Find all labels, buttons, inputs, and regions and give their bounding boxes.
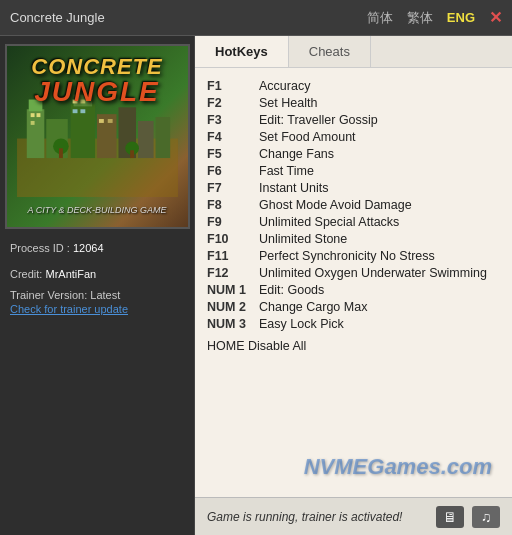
close-button[interactable]: ✕: [489, 8, 502, 27]
game-cover-image: CONCRETE JUNGLE A CITY & DECK-BUILDING G…: [5, 44, 190, 229]
monitor-icon[interactable]: 🖥: [436, 506, 464, 528]
process-id-label: Process ID :: [10, 242, 73, 254]
svg-rect-12: [30, 121, 34, 125]
process-id-row: Process ID : 12064: [10, 239, 184, 259]
process-info: Process ID : 12064 Credit: MrAntiFan: [0, 229, 194, 289]
hotkey-key: F12: [207, 266, 259, 280]
hotkey-row: NUM 2Change Cargo Max: [207, 300, 500, 314]
lang-english[interactable]: ENG: [447, 10, 475, 25]
hotkey-key: F9: [207, 215, 259, 229]
right-panel: HotKeys Cheats F1AccuracyF2Set HealthF3E…: [195, 36, 512, 535]
hotkey-row: F8Ghost Mode Avoid Damage: [207, 198, 500, 212]
hotkey-key: NUM 1: [207, 283, 259, 297]
svg-rect-20: [58, 148, 62, 158]
credit-row: Credit: MrAntiFan: [10, 265, 184, 285]
hotkey-action: Unlimited Stone: [259, 232, 347, 246]
status-text: Game is running, trainer is activated!: [207, 510, 402, 524]
hotkey-action: Change Cargo Max: [259, 300, 367, 314]
hotkey-key: F10: [207, 232, 259, 246]
process-id-value: 12064: [73, 242, 104, 254]
title-bar: Concrete Jungle 简体 繁体 ENG ✕: [0, 0, 512, 36]
hotkey-action: Ghost Mode Avoid Damage: [259, 198, 412, 212]
hotkey-row: NUM 3Easy Lock Pick: [207, 317, 500, 331]
game-title-line1: CONCRETE: [31, 56, 162, 78]
hotkey-action: Edit: Goods: [259, 283, 324, 297]
svg-rect-11: [36, 113, 40, 117]
main-container: CONCRETE JUNGLE A CITY & DECK-BUILDING G…: [0, 36, 512, 535]
hotkey-row: F9Unlimited Special Attacks: [207, 215, 500, 229]
hotkey-key: F7: [207, 181, 259, 195]
hotkey-action: Change Fans: [259, 147, 334, 161]
hotkey-row: F7Instant Units: [207, 181, 500, 195]
left-panel: CONCRETE JUNGLE A CITY & DECK-BUILDING G…: [0, 36, 195, 535]
hotkey-action: Fast Time: [259, 164, 314, 178]
hotkey-row: F12Unlimited Oxygen Underwater Swimming: [207, 266, 500, 280]
tab-bar: HotKeys Cheats: [195, 36, 512, 68]
home-action-row: HOME Disable All: [207, 339, 500, 353]
check-update-link[interactable]: Check for trainer update: [0, 301, 194, 317]
hotkeys-list: F1AccuracyF2Set HealthF3Edit: Traveller …: [195, 68, 512, 535]
hotkey-key: F6: [207, 164, 259, 178]
hotkey-action: Unlimited Special Attacks: [259, 215, 399, 229]
app-title: Concrete Jungle: [10, 10, 105, 25]
game-title-overlay: CONCRETE JUNGLE: [31, 56, 162, 106]
hotkey-row: F10Unlimited Stone: [207, 232, 500, 246]
title-bar-controls: 简体 繁体 ENG ✕: [367, 8, 502, 27]
hotkey-row: F1Accuracy: [207, 79, 500, 93]
hotkey-key: F4: [207, 130, 259, 144]
tab-hotkeys[interactable]: HotKeys: [195, 36, 289, 67]
hotkey-action: Accuracy: [259, 79, 310, 93]
hotkey-action: Perfect Synchronicity No Stress: [259, 249, 435, 263]
lang-traditional[interactable]: 繁体: [407, 9, 433, 27]
status-bar: Game is running, trainer is activated! 🖥…: [195, 497, 512, 535]
status-icons: 🖥 ♫: [436, 506, 500, 528]
svg-rect-17: [98, 119, 103, 123]
hotkey-row: F2Set Health: [207, 96, 500, 110]
svg-rect-10: [30, 113, 34, 117]
credit-label: Credit:: [10, 268, 42, 280]
hotkey-row: F5Change Fans: [207, 147, 500, 161]
hotkey-key: F1: [207, 79, 259, 93]
hotkey-row: F3Edit: Traveller Gossip: [207, 113, 500, 127]
hotkey-action: Edit: Traveller Gossip: [259, 113, 378, 127]
hotkey-row: F4Set Food Amount: [207, 130, 500, 144]
svg-rect-22: [130, 150, 134, 158]
hotkey-action: Unlimited Oxygen Underwater Swimming: [259, 266, 487, 280]
hotkey-action: Set Health: [259, 96, 317, 110]
tab-cheats[interactable]: Cheats: [289, 36, 371, 67]
hotkey-action: Instant Units: [259, 181, 328, 195]
hotkey-key: F2: [207, 96, 259, 110]
svg-rect-1: [26, 109, 44, 158]
hotkey-row: NUM 1Edit: Goods: [207, 283, 500, 297]
svg-rect-9: [155, 117, 170, 158]
lang-simplified[interactable]: 简体: [367, 9, 393, 27]
hotkey-action: Set Food Amount: [259, 130, 356, 144]
svg-rect-18: [107, 119, 112, 123]
credit-value: MrAntiFan: [45, 268, 96, 280]
hotkey-key: F5: [207, 147, 259, 161]
game-subtitle: A CITY & DECK-BUILDING GAME: [27, 205, 166, 215]
hotkey-row: F6Fast Time: [207, 164, 500, 178]
hotkey-row: F11Perfect Synchronicity No Stress: [207, 249, 500, 263]
hotkey-key: NUM 3: [207, 317, 259, 331]
hotkey-key: F3: [207, 113, 259, 127]
game-title-line2: JUNGLE: [31, 78, 162, 106]
music-icon[interactable]: ♫: [472, 506, 500, 528]
hotkey-key: F11: [207, 249, 259, 263]
svg-rect-15: [72, 109, 77, 113]
svg-rect-16: [80, 109, 85, 113]
trainer-version-label: Trainer Version: Latest: [0, 289, 194, 301]
hotkey-key: F8: [207, 198, 259, 212]
svg-rect-8: [137, 121, 153, 158]
hotkey-key: NUM 2: [207, 300, 259, 314]
hotkey-action: Easy Lock Pick: [259, 317, 344, 331]
